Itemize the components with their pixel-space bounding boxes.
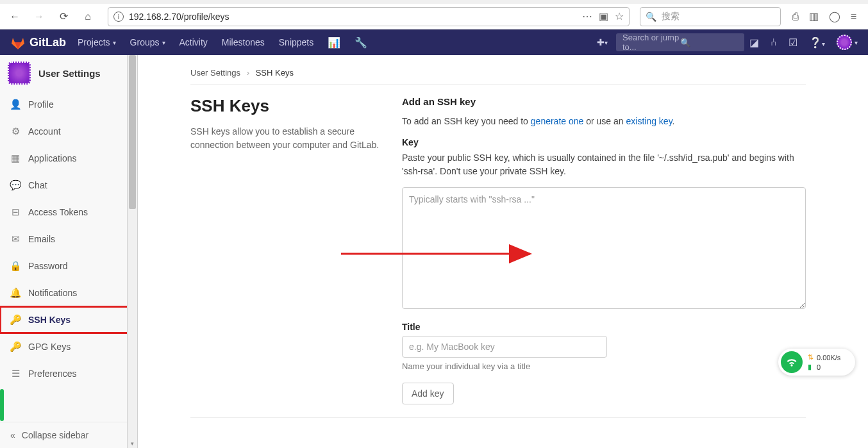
home-button[interactable]: ⌂ (78, 7, 97, 26)
collapse-sidebar[interactable]: « Collapse sidebar (0, 422, 132, 448)
breadcrumb-root[interactable]: User Settings (190, 68, 240, 78)
main-content: User Settings › SSH Keys SSH Keys SSH ke… (133, 55, 868, 448)
url-text: 192.168.2.70/profile/keys (129, 12, 577, 22)
add-key-text: To add an SSH key you need to generate o… (402, 115, 806, 128)
gitlab-search[interactable]: Search or jump to... 🔍 (616, 33, 744, 51)
sidebar-item-label: Preferences (28, 369, 76, 379)
sidebar-item-label: Profile (28, 99, 54, 110)
chevron-down-icon: ▾ (855, 39, 858, 46)
wifi-icon (781, 351, 803, 373)
sidebar-title: User Settings (38, 68, 101, 79)
help-icon[interactable]: ❔▾ (809, 37, 825, 49)
reader-icon[interactable]: ▣ (599, 10, 608, 22)
title-input[interactable] (402, 336, 607, 358)
user-avatar-icon (8, 62, 31, 85)
sidebar-item-preferences[interactable]: ☰Preferences (0, 360, 132, 387)
page-title: SSH Keys (190, 96, 383, 116)
nav-snippets[interactable]: Snippets (279, 37, 313, 47)
sidebar-item-password[interactable]: 🔒Password (0, 253, 132, 279)
url-bar[interactable]: i 192.168.2.70/profile/keys ⋯ ▣ ☆ (108, 7, 630, 26)
key-icon: 🔑 (10, 341, 21, 353)
chevron-down-icon: ▾ (605, 39, 608, 46)
tokens-icon: ⊟ (10, 206, 21, 218)
more-actions-icon[interactable]: ⋯ (582, 10, 592, 22)
browser-search[interactable]: 🔍 搜索 (640, 7, 781, 26)
scroll-down-arrow[interactable]: ▾ (128, 438, 137, 448)
search-icon: 🔍 (680, 38, 738, 47)
network-stats: ⇅0.00K/s ▮0 (808, 353, 840, 371)
gitlab-search-placeholder: Search or jump to... (622, 33, 680, 52)
page-description: SSH keys allow you to establish a secure… (190, 125, 383, 152)
sidebar-item-gpg-keys[interactable]: 🔑GPG Keys (0, 333, 132, 360)
network-widget[interactable]: ⇅0.00K/s ▮0 (778, 349, 855, 376)
sidebar-item-emails[interactable]: ✉Emails (0, 226, 132, 253)
nav-admin-icon[interactable]: 🔧 (355, 37, 367, 49)
sidebar-item-ssh-keys[interactable]: 🔑SSH Keys (0, 306, 132, 333)
email-icon: ✉ (10, 233, 21, 245)
lock-icon: 🔒 (10, 260, 21, 272)
sidebar-item-notifications[interactable]: 🔔Notifications (0, 279, 132, 306)
key-label: Key (402, 137, 806, 147)
back-button[interactable]: ← (5, 7, 24, 26)
title-hint: Name your individual key via a title (402, 361, 806, 371)
user-menu[interactable]: ▾ (837, 35, 858, 50)
existing-link[interactable]: existing key (626, 116, 672, 126)
breadcrumb: User Settings › SSH Keys (190, 68, 806, 85)
applications-icon: ▦ (10, 153, 21, 164)
nav-projects[interactable]: Projects▾ (78, 37, 116, 47)
sidebar-item-chat[interactable]: 💬Chat (0, 172, 132, 199)
updown-icon: ⇅ (808, 353, 814, 361)
profile-icon: 👤 (10, 99, 21, 110)
nav-groups[interactable]: Groups▾ (130, 37, 165, 47)
sidebar-scrollbar[interactable]: ▴ ▾ (127, 55, 138, 448)
settings-sidebar: ▴ ▾ User Settings 👤Profile ⚙Account ▦App… (0, 55, 133, 448)
gitlab-logo[interactable]: GitLab (10, 35, 66, 50)
sidebar-item-account[interactable]: ⚙Account (0, 118, 132, 145)
chevron-down-icon: ▾ (113, 39, 116, 46)
preferences-icon: ☰ (10, 368, 21, 379)
sidebar-item-label: Notifications (28, 288, 77, 298)
collapse-label: Collapse sidebar (22, 430, 88, 440)
todos-icon[interactable]: ☑ (789, 37, 797, 49)
library-icon[interactable]: ⎙ (792, 11, 799, 22)
issues-icon[interactable]: ◪ (749, 37, 759, 49)
chevron-down-icon: ▾ (162, 39, 165, 46)
search-icon: 🔍 (646, 12, 656, 22)
collapse-icon: « (10, 430, 15, 440)
battery-icon: ▮ (808, 363, 814, 371)
account-icon[interactable]: ◯ (829, 10, 840, 22)
sidebar-item-label: Emails (28, 234, 55, 244)
breadcrumb-current: SSH Keys (256, 68, 294, 78)
add-key-heading: Add an SSH key (402, 96, 806, 107)
sidebar-item-label: GPG Keys (28, 342, 71, 352)
sidebar-item-label: SSH Keys (28, 315, 71, 325)
nav-activity[interactable]: Activity (179, 37, 208, 47)
reload-button[interactable]: ⟳ (54, 7, 73, 26)
sidebar-item-profile[interactable]: 👤Profile (0, 91, 132, 118)
sidebar-item-applications[interactable]: ▦Applications (0, 145, 132, 172)
menu-icon[interactable]: ≡ (851, 11, 856, 22)
nav-analytics-icon[interactable]: 📊 (328, 37, 340, 49)
add-key-button[interactable]: Add key (402, 383, 454, 404)
bookmark-star-icon[interactable]: ☆ (615, 10, 624, 22)
sidebar-item-label: Account (28, 126, 61, 137)
sidebar-toggle-icon[interactable]: ▥ (809, 10, 819, 22)
gitlab-header: GitLab Projects▾ Groups▾ Activity Milest… (0, 29, 868, 55)
sidebar-item-label: Access Tokens (28, 207, 88, 217)
forward-button[interactable]: → (29, 7, 49, 26)
gitlab-brand-text: GitLab (29, 36, 66, 49)
account-icon: ⚙ (10, 126, 21, 137)
breadcrumb-separator-icon: › (247, 68, 249, 78)
new-dropdown[interactable]: ✚▾ (593, 33, 611, 51)
sidebar-item-access-tokens[interactable]: ⊟Access Tokens (0, 199, 132, 226)
merge-requests-icon[interactable]: ⑃ (771, 37, 777, 48)
gitlab-logo-icon (10, 35, 26, 50)
generate-link[interactable]: generate one (531, 116, 584, 126)
site-info-icon[interactable]: i (113, 12, 124, 22)
sidebar-item-label: Password (28, 261, 67, 271)
sidebar-header[interactable]: User Settings (0, 55, 132, 91)
title-label: Title (402, 322, 806, 332)
scroll-thumb[interactable] (129, 55, 136, 209)
nav-milestones[interactable]: Milestones (222, 37, 265, 47)
user-avatar-icon (837, 35, 852, 50)
